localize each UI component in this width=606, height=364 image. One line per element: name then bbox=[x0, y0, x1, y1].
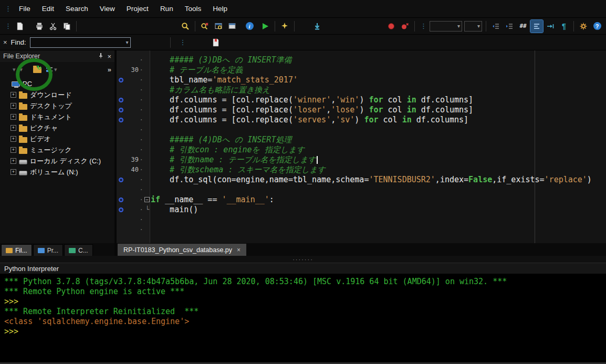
debug-step-icon[interactable] bbox=[311, 20, 323, 33]
tree-item[interactable]: +ミュージック bbox=[0, 144, 114, 155]
editor-lines: · ##### (3)DBへ の INSERT準備30· # テーブル名を定義·… bbox=[117, 55, 606, 235]
new-window-icon[interactable] bbox=[226, 20, 238, 33]
copy-icon[interactable] bbox=[60, 20, 73, 33]
external-run-icon[interactable] bbox=[278, 20, 291, 33]
code-line[interactable]: · df.columns = [col.replace('loser','los… bbox=[117, 105, 606, 115]
code-line[interactable]: · tbl_name='match_stats_2017' bbox=[117, 75, 606, 85]
toolbar-grip-icon[interactable]: ⋮ bbox=[417, 22, 429, 30]
search-icon[interactable] bbox=[179, 20, 192, 33]
code-line[interactable]: ·−if __name__ == '__main__': bbox=[117, 195, 606, 205]
interpreter-title: Python Interpreter bbox=[4, 265, 59, 273]
menu-search[interactable]: Search bbox=[60, 3, 94, 15]
code-line[interactable]: · bbox=[117, 215, 606, 225]
bookmark-icon[interactable] bbox=[210, 36, 222, 49]
find-text-field[interactable] bbox=[30, 39, 124, 46]
code-line[interactable]: · df.to_sql(con=engine,name=tbl_name,sch… bbox=[117, 175, 606, 185]
new-file-icon[interactable] bbox=[14, 20, 26, 33]
line-number bbox=[125, 205, 139, 215]
outdent-icon[interactable] bbox=[489, 20, 502, 33]
word-wrap-icon[interactable] bbox=[530, 20, 543, 33]
gutter-dot-icon: · bbox=[139, 205, 144, 215]
cut-icon[interactable] bbox=[47, 20, 59, 33]
tab-file-explorer[interactable]: Fil... bbox=[1, 244, 32, 256]
line-numbers-icon[interactable]: ## bbox=[517, 20, 529, 33]
toolbar-combo-1[interactable]: ▾ bbox=[430, 21, 462, 32]
expand-toggle-icon[interactable]: + bbox=[11, 92, 16, 98]
close-panel-icon[interactable]: × bbox=[107, 53, 111, 60]
code-line[interactable]: · bbox=[117, 125, 606, 135]
expand-toggle-icon[interactable]: + bbox=[11, 125, 16, 131]
tree-item-label: ビデオ bbox=[30, 134, 51, 144]
code-line[interactable]: · ##### (4)DBへ の INSERT処理 bbox=[117, 135, 606, 145]
tree-item[interactable]: +ローカル ディスク (C:) bbox=[0, 155, 114, 167]
import-module-icon[interactable] bbox=[212, 20, 225, 33]
tree-item[interactable]: +ボリューム (N:) bbox=[0, 167, 114, 178]
code-line[interactable]: · #カラム名も略語に置き換え bbox=[117, 85, 606, 95]
options-gear-icon[interactable] bbox=[577, 20, 590, 33]
code-line[interactable]: · # 引数con : engineを 指定します bbox=[117, 145, 606, 155]
code-line[interactable]: ·└ main() bbox=[117, 205, 606, 215]
menu-view[interactable]: View bbox=[94, 3, 121, 15]
tree-item[interactable]: PC bbox=[0, 78, 114, 89]
expand-toggle-icon[interactable]: + bbox=[11, 158, 16, 164]
toolbar-combo-2[interactable]: ▾ bbox=[464, 21, 482, 32]
tree-item[interactable]: +ビデオ bbox=[0, 133, 114, 144]
tree-item[interactable]: +デスクトップ bbox=[0, 100, 114, 111]
tree-item[interactable]: +ドキュメント bbox=[0, 111, 114, 122]
syntax-check-icon[interactable] bbox=[198, 20, 211, 33]
close-tab-icon[interactable]: × bbox=[237, 246, 241, 254]
tree-item[interactable]: +ピクチャ bbox=[0, 122, 114, 133]
toolbar-grip-icon[interactable]: ⋮ bbox=[2, 22, 13, 30]
info-icon[interactable]: i bbox=[243, 20, 256, 33]
code-line[interactable]: · df.columns = [col.replace('serves','sv… bbox=[117, 115, 606, 125]
code-line[interactable]: 39· # 引数name : テーブル名を指定します bbox=[117, 155, 606, 165]
tab-project-explorer[interactable]: Pr... bbox=[33, 244, 63, 256]
drive-icon bbox=[19, 160, 27, 164]
view-menu-icon[interactable]: ▾ bbox=[46, 66, 57, 73]
editor-tab[interactable]: RP-IT0183_Python_csv_database.py × bbox=[118, 244, 246, 256]
chevron-down-icon[interactable]: ▾ bbox=[124, 39, 130, 45]
pin-icon[interactable] bbox=[98, 53, 104, 60]
print-icon[interactable] bbox=[33, 20, 46, 33]
menu-file[interactable]: File bbox=[13, 3, 36, 15]
toggle-breakpoints-icon[interactable] bbox=[399, 20, 411, 33]
refresh-folder-icon[interactable]: ↻ bbox=[33, 67, 41, 73]
expand-toggle-icon[interactable]: + bbox=[11, 147, 16, 153]
help-icon[interactable]: ? bbox=[591, 20, 603, 33]
menu-project[interactable]: Project bbox=[121, 3, 154, 15]
expand-toggle-icon[interactable]: + bbox=[11, 114, 16, 120]
horizontal-splitter[interactable]: ······· bbox=[0, 256, 606, 263]
menu-run[interactable]: Run bbox=[154, 3, 179, 15]
tree-item[interactable]: +ダウンロード bbox=[0, 89, 114, 100]
close-findbar-icon[interactable]: × bbox=[3, 39, 7, 46]
left-panel-tabs: Fil... Pr... C... bbox=[0, 243, 114, 256]
toolbar-grip-icon[interactable]: ⋮ bbox=[177, 38, 188, 46]
overflow-chevron-icon[interactable]: » bbox=[108, 66, 111, 74]
find-input[interactable]: ▾ bbox=[30, 37, 131, 48]
run-icon[interactable] bbox=[259, 20, 271, 33]
fold-toggle-icon[interactable]: − bbox=[144, 197, 150, 202]
expand-toggle-icon[interactable]: + bbox=[11, 103, 16, 109]
code-area[interactable]: · ##### (3)DBへ の INSERT準備30· # テーブル名を定義·… bbox=[117, 50, 606, 243]
code-line[interactable]: 30· # テーブル名を定義 bbox=[117, 65, 606, 75]
menu-help[interactable]: Help bbox=[207, 3, 233, 15]
menu-tools[interactable]: Tools bbox=[179, 3, 207, 15]
indent-icon[interactable] bbox=[503, 20, 516, 33]
expand-toggle-icon[interactable]: + bbox=[11, 169, 16, 175]
code-line[interactable]: · df.columns = [col.replace('winner','wi… bbox=[117, 95, 606, 105]
tab-marks-icon[interactable] bbox=[544, 20, 557, 33]
forward-dropdown-icon[interactable]: ▾ bbox=[20, 66, 23, 73]
expand-toggle-icon[interactable]: + bbox=[11, 136, 16, 142]
pilcrow-icon[interactable]: ¶ bbox=[558, 20, 570, 33]
back-dropdown-icon[interactable]: ▾ bbox=[13, 66, 16, 73]
menu-edit[interactable]: Edit bbox=[36, 3, 60, 15]
breakpoint-icon[interactable] bbox=[385, 20, 398, 33]
code-text: df.columns = [col.replace('loser','lose'… bbox=[151, 105, 473, 115]
console[interactable]: *** Python 3.7.8 (tags/v3.7.8:4b47a5b6ba… bbox=[0, 274, 606, 362]
code-line[interactable]: 40· # 引数schema : スキーマ名を指定します bbox=[117, 165, 606, 175]
toolbar-grip-icon[interactable]: ⋮ bbox=[2, 5, 13, 13]
code-line[interactable]: · bbox=[117, 185, 606, 195]
code-line[interactable]: · ##### (3)DBへ の INSERT準備 bbox=[117, 55, 606, 65]
code-line[interactable]: · bbox=[117, 225, 606, 235]
tab-code-explorer[interactable]: C... bbox=[64, 244, 93, 256]
